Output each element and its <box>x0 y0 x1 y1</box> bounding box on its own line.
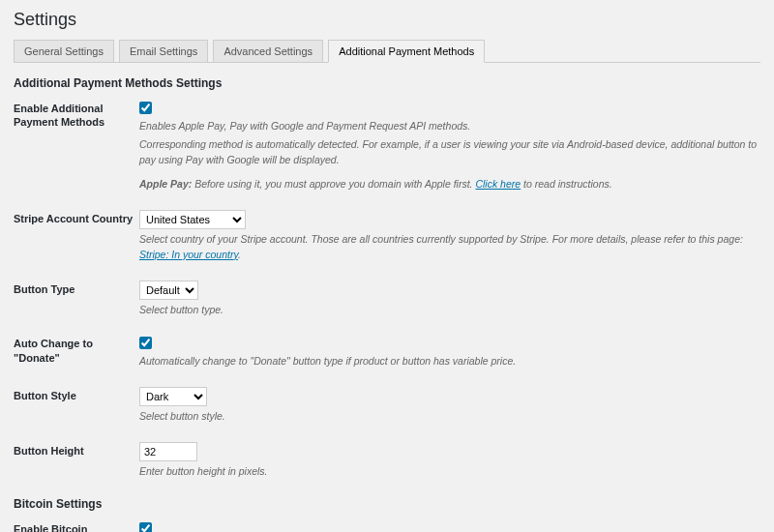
row-button-height: Button Height Enter button height in pix… <box>14 442 760 480</box>
tab-advanced[interactable]: Advanced Settings <box>213 40 323 63</box>
desc-auto-change-donate: Automatically change to "Donate" button … <box>139 354 760 369</box>
page-title: Settings <box>14 10 760 30</box>
row-button-style: Button Style Dark Select button style. <box>14 387 760 425</box>
nav-tabs: General Settings Email Settings Advanced… <box>14 40 760 63</box>
checkbox-auto-change-donate[interactable] <box>139 337 152 349</box>
checkbox-enable-apm[interactable] <box>139 102 152 114</box>
section-heading-bitcoin: Bitcoin Settings <box>14 497 760 511</box>
desc-button-style: Select button style. <box>139 409 760 425</box>
input-button-height[interactable] <box>139 442 197 461</box>
label-button-height: Button Height <box>14 442 139 458</box>
row-enable-bitcoin: Enable Bitcoin Enables Bitcoin. To disab… <box>14 520 760 533</box>
select-stripe-country[interactable]: United States <box>139 210 246 229</box>
desc-enable-apm-2: Corresponding method is automatically de… <box>139 137 760 168</box>
apple-pay-note-label: Apple Pay: <box>139 178 192 190</box>
section-heading-apm: Additional Payment Methods Settings <box>14 76 760 90</box>
desc-enable-apm-3: Apple Pay: Before using it, you must app… <box>139 177 760 192</box>
label-enable-bitcoin: Enable Bitcoin <box>14 520 139 533</box>
label-enable-apm: Enable Additional Payment Methods <box>14 100 139 130</box>
checkbox-enable-bitcoin[interactable] <box>139 522 152 533</box>
desc-button-type: Select button type. <box>139 303 760 318</box>
label-auto-change-donate: Auto Change to "Donate" <box>14 335 139 365</box>
row-auto-change-donate: Auto Change to "Donate" Automatically ch… <box>14 335 760 369</box>
label-button-style: Button Style <box>14 387 139 402</box>
desc-stripe-country: Select country of your Stripe account. T… <box>139 232 760 263</box>
desc-enable-apm-1: Enables Apple Pay, Pay with Google and P… <box>139 119 760 134</box>
row-button-type: Button Type Default Select button type. <box>14 281 760 318</box>
label-button-type: Button Type <box>14 281 139 296</box>
select-button-style[interactable]: Dark <box>139 387 207 406</box>
row-enable-apm: Enable Additional Payment Methods Enable… <box>14 100 760 192</box>
label-stripe-country: Stripe Account Country <box>14 210 139 225</box>
select-button-type[interactable]: Default <box>139 281 198 300</box>
link-stripe-country[interactable]: Stripe: In your country <box>139 249 238 260</box>
tab-additional-payment-methods[interactable]: Additional Payment Methods <box>328 40 485 63</box>
tab-general[interactable]: General Settings <box>14 40 114 63</box>
tab-email[interactable]: Email Settings <box>119 40 208 63</box>
link-apple-pay-instructions[interactable]: Click here <box>475 178 521 190</box>
desc-button-height: Enter button height in pixels. <box>139 464 760 480</box>
row-stripe-country: Stripe Account Country United States Sel… <box>14 210 760 263</box>
